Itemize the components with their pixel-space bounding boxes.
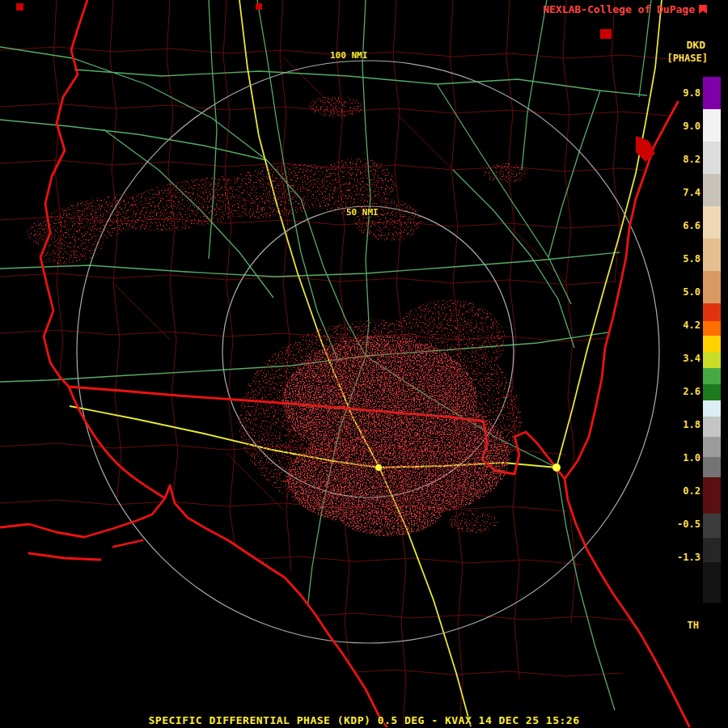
colorbar-tick: 4.2 bbox=[660, 319, 700, 332]
colorbar-segment bbox=[703, 514, 721, 538]
colorbar-segment bbox=[703, 417, 721, 437]
colorbar-segment bbox=[703, 142, 721, 174]
colorbar-segment bbox=[703, 384, 721, 400]
colorbar-tick: 1.8 bbox=[660, 418, 700, 431]
colorbar-tick: 9.8 bbox=[660, 87, 700, 99]
product-code: DKD bbox=[687, 39, 705, 51]
colorbar-segment bbox=[703, 206, 721, 239]
radar-display: NEXLAB-College of DuPage DKD [PHASE] 100… bbox=[0, 0, 728, 728]
colorbar-segment bbox=[703, 457, 721, 477]
echo-core bbox=[332, 475, 445, 536]
colorbar-segment bbox=[703, 352, 721, 368]
colorbar-segment bbox=[703, 271, 721, 303]
colorbar-segment bbox=[703, 321, 721, 336]
colorbar-tick: 2.6 bbox=[660, 385, 700, 398]
city-marker bbox=[375, 464, 382, 471]
colorbar-segment bbox=[703, 303, 721, 321]
colorbar-segment bbox=[703, 437, 721, 457]
colorbar-segment bbox=[703, 562, 721, 603]
colorbar-tick: 8.2 bbox=[660, 153, 700, 166]
colorbar-tick: 0.2 bbox=[660, 485, 700, 497]
brand-bar: NEXLAB-College of DuPage bbox=[543, 3, 707, 15]
units-label: [PHASE] bbox=[667, 53, 708, 64]
map-artifact bbox=[256, 3, 262, 10]
colorbar-segment bbox=[703, 336, 721, 352]
colorbar-tick: 6.6 bbox=[660, 219, 700, 232]
echo-blob bbox=[449, 510, 497, 533]
colorbar-tick: 5.0 bbox=[660, 286, 700, 298]
echo-blob bbox=[483, 163, 528, 183]
echo-blob bbox=[210, 557, 272, 578]
radar-map-canvas bbox=[0, 0, 728, 728]
colorbar-segment bbox=[703, 174, 721, 206]
colorbar-threshold-label: TH bbox=[658, 620, 699, 631]
colorbar-segment bbox=[703, 477, 721, 514]
colorbar-tick: 5.8 bbox=[660, 252, 700, 265]
colorbar-segment bbox=[703, 400, 721, 417]
island bbox=[600, 29, 612, 39]
colorbar bbox=[703, 77, 721, 603]
colorbar-segment bbox=[703, 538, 721, 562]
cod-brand-icon bbox=[699, 5, 707, 14]
colorbar-tick: 9.0 bbox=[660, 120, 700, 133]
colorbar-segment bbox=[703, 109, 721, 142]
colorbar-tick: 7.4 bbox=[660, 186, 700, 199]
colorbar-tick: 1.0 bbox=[660, 451, 700, 464]
brand-text: NEXLAB-College of DuPage bbox=[543, 3, 695, 15]
city-marker bbox=[552, 463, 561, 472]
product-caption: SPECIFIC DIFFERENTIAL PHASE (KDP) 0.5 DE… bbox=[0, 714, 728, 726]
colorbar-tick: -0.5 bbox=[660, 518, 700, 531]
colorbar-segment bbox=[703, 239, 721, 271]
range-label-50nmi: 50 NMI bbox=[346, 207, 379, 218]
echo-blob bbox=[308, 96, 363, 117]
echo-blob bbox=[354, 199, 422, 241]
colorbar-tick: -1.3 bbox=[660, 551, 700, 564]
range-label-100nmi: 100 NMI bbox=[330, 50, 367, 61]
colorbar-tick: 3.4 bbox=[660, 352, 700, 365]
colorbar-segment bbox=[703, 77, 721, 109]
map-artifact bbox=[16, 3, 23, 11]
colorbar-segment bbox=[703, 368, 721, 384]
